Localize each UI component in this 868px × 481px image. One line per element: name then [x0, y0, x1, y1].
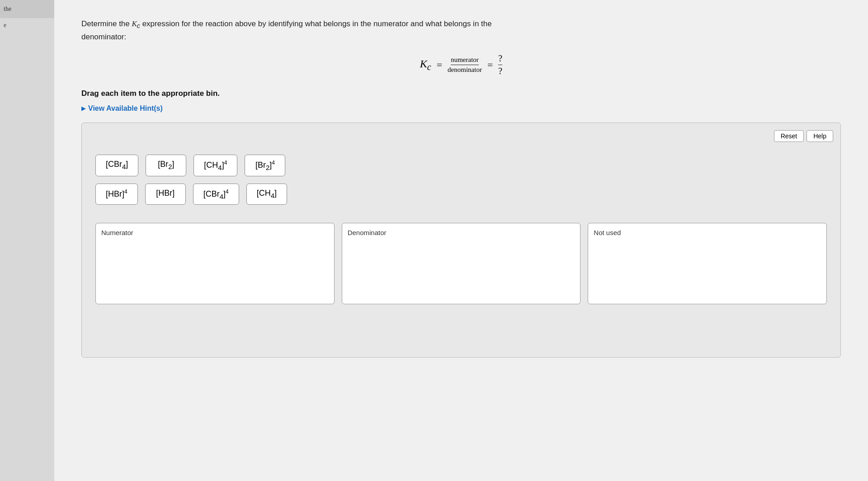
drag-item-cbr4-4[interactable]: [CBr4]4 — [193, 184, 239, 205]
not-used-label: Not used — [594, 229, 821, 236]
formula-container: Kc = numerator denominator = ? ? — [81, 53, 841, 76]
kc-subscript: c — [137, 22, 140, 29]
hint-link-text: View Available Hint(s) — [88, 104, 163, 113]
items-row-2: [HBr]4 [HBr] [CBr4]4 [CH4] — [95, 184, 827, 205]
not-used-drop-zone[interactable]: Not used — [588, 223, 827, 304]
equals-sign: = — [437, 59, 442, 71]
instruction-text2: denominator: — [81, 33, 126, 41]
instruction-text: Determine the Kc expression for the reac… — [81, 18, 841, 42]
q-denominator: ? — [498, 65, 502, 76]
sidebar-top: the — [0, 0, 54, 18]
hint-link[interactable]: View Available Hint(s) — [81, 104, 841, 113]
numerator-label: numerator — [451, 56, 479, 65]
items-row-1: [CBr4] [Br2] [CH4]4 [Br2]4 — [95, 155, 827, 176]
main-content: Determine the Kc expression for the reac… — [54, 0, 868, 481]
numerator-label: Numerator — [101, 229, 329, 236]
reset-button[interactable]: Reset — [774, 130, 804, 142]
drag-item-cbr4[interactable]: [CBr4] — [95, 155, 138, 176]
sidebar: the e — [0, 0, 54, 481]
question-fraction: ? ? — [498, 53, 502, 76]
drag-panel: Reset Help [CBr4] [Br2] [CH4]4 [Br2]4 — [81, 123, 841, 358]
kc-symbol: K — [132, 19, 137, 28]
drag-item-ch4[interactable]: [CH4] — [246, 184, 287, 205]
numerator-drop-zone[interactable]: Numerator — [95, 223, 335, 304]
drag-item-hbr-4[interactable]: [HBr]4 — [95, 184, 138, 205]
equals-sign2: = — [487, 59, 493, 71]
drop-zones: Numerator Denominator Not used — [95, 223, 827, 318]
help-button[interactable]: Help — [807, 130, 833, 142]
drag-item-br2-4[interactable]: [Br2]4 — [245, 155, 285, 176]
drag-item-hbr[interactable]: [HBr] — [145, 184, 186, 205]
denominator-label: denominator — [448, 65, 482, 74]
drag-item-ch4-4[interactable]: [CH4]4 — [193, 155, 237, 176]
formula-expression: Kc = numerator denominator = ? ? — [420, 53, 502, 76]
denominator-drop-zone[interactable]: Denominator — [342, 223, 581, 304]
drag-instruction: Drag each item to the appropriate bin. — [81, 89, 841, 98]
sidebar-top-text: the — [4, 5, 11, 13]
sidebar-label: e — [0, 18, 54, 33]
panel-buttons: Reset Help — [774, 130, 833, 142]
fraction: numerator denominator — [448, 56, 482, 74]
denominator-label: Denominator — [348, 229, 575, 236]
q-numerator: ? — [498, 53, 502, 65]
drag-item-br2[interactable]: [Br2] — [146, 155, 186, 176]
items-grid: [CBr4] [Br2] [CH4]4 [Br2]4 [HBr]4 [HBr] — [95, 155, 827, 205]
kc-label: Kc — [420, 58, 431, 72]
